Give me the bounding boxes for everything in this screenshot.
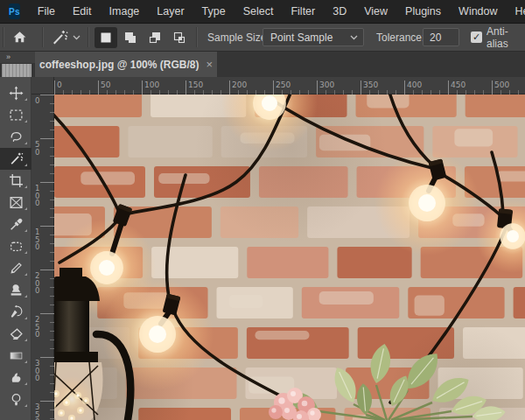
tool-crop[interactable] — [0, 170, 32, 192]
svg-text:0: 0 — [35, 286, 39, 295]
tool-preset-chevron[interactable] — [73, 24, 80, 51]
horizontal-ruler[interactable]: 050100150200250300350400450500 — [54, 77, 525, 94]
svg-text:0: 0 — [57, 80, 62, 89]
document-title: coffeeshop.jpg @ 100% (RGB/8) — [39, 59, 199, 71]
collapse-icon: » — [6, 52, 10, 61]
document-canvas[interactable] — [54, 94, 525, 420]
menu-item-image[interactable]: Image — [101, 1, 149, 22]
history-brush-icon — [9, 304, 24, 319]
toolbar — [0, 77, 32, 420]
separator — [88, 27, 89, 47]
tab-bar: » coffeeshop.jpg @ 100% (RGB/8) × — [0, 52, 525, 77]
ruler-corner — [32, 77, 54, 94]
spot-healing-icon — [9, 239, 24, 254]
tool-smudge[interactable] — [0, 367, 32, 388]
photoshop-logo: Ps — [9, 4, 20, 19]
menu-item-window[interactable]: Window — [450, 1, 506, 22]
tool-eyedropper[interactable] — [0, 214, 32, 235]
svg-text:250: 250 — [276, 80, 290, 89]
gradient-icon — [9, 348, 24, 363]
menu-item-view[interactable]: View — [355, 1, 396, 22]
menu-item-plugins[interactable]: Plugins — [396, 1, 450, 22]
tool-frame[interactable] — [0, 192, 32, 214]
menu-item-select[interactable]: Select — [234, 1, 283, 22]
magic-wand-icon — [9, 151, 24, 166]
svg-text:150: 150 — [188, 80, 203, 89]
menu-item-3d[interactable]: 3D — [324, 1, 355, 22]
menu-item-filter[interactable]: Filter — [282, 1, 324, 22]
eraser-icon — [9, 326, 24, 341]
svg-text:50: 50 — [101, 80, 111, 89]
tool-dodge[interactable] — [0, 388, 32, 410]
document-tab[interactable]: coffeeshop.jpg @ 100% (RGB/8) × — [35, 52, 217, 77]
add-to-selection-button[interactable] — [119, 27, 142, 48]
tools-panel-collapse[interactable]: » — [0, 52, 35, 63]
menu-item-type[interactable]: Type — [193, 1, 234, 22]
panel-grip — [2, 64, 32, 77]
photo-brick-wall-string-lights — [54, 94, 525, 420]
eyedropper-icon — [9, 217, 24, 232]
svg-text:0: 0 — [35, 96, 39, 105]
subtract-from-selection-icon — [148, 31, 162, 45]
tool-rectangular-marquee[interactable] — [0, 104, 32, 126]
svg-text:0: 0 — [35, 242, 39, 251]
svg-text:0: 0 — [35, 148, 39, 157]
add-to-selection-icon — [123, 31, 137, 45]
tool-gradient[interactable] — [0, 345, 32, 367]
tool-clone-stamp[interactable] — [0, 279, 32, 301]
tool-brush[interactable] — [0, 257, 32, 279]
menu-item-edit[interactable]: Edit — [64, 1, 101, 22]
vertical-ruler[interactable]: 050100150200250300350 — [32, 94, 54, 420]
home-button[interactable] — [12, 24, 27, 51]
intersect-selection-icon — [172, 31, 186, 45]
brush-icon — [9, 261, 24, 276]
smudge-icon — [9, 370, 24, 385]
svg-text:500: 500 — [494, 80, 509, 89]
svg-text:350: 350 — [363, 80, 378, 89]
tool-move[interactable] — [0, 82, 32, 104]
rectangular-marquee-icon — [9, 108, 24, 122]
separator — [196, 27, 198, 47]
svg-text:450: 450 — [451, 80, 466, 89]
frame-icon — [9, 195, 24, 210]
tool-spot-healing[interactable] — [0, 235, 32, 257]
menu-items: FileEditImageLayerTypeSelectFilter3DView… — [29, 1, 525, 22]
sample-size-label: Sample Size: — [207, 24, 270, 51]
svg-text:400: 400 — [407, 80, 422, 89]
anti-alias-checkbox[interactable]: ✓ — [471, 32, 482, 43]
tolerance-input[interactable] — [423, 28, 459, 46]
menu-item-help[interactable]: Help — [507, 1, 525, 22]
sample-size-value: Point Sample — [270, 32, 332, 44]
separator — [42, 27, 44, 47]
tool-magic-wand[interactable] — [0, 148, 32, 170]
intersect-selection-button[interactable] — [168, 27, 191, 48]
home-icon — [12, 30, 27, 45]
svg-text:0: 0 — [35, 374, 39, 382]
tolerance-label: Tolerance: — [376, 24, 424, 51]
menu-item-file[interactable]: File — [29, 1, 64, 22]
lasso-icon — [9, 130, 24, 144]
subtract-from-selection-button[interactable] — [144, 27, 166, 48]
move-icon — [9, 86, 24, 101]
svg-text:0: 0 — [35, 330, 39, 339]
svg-text:200: 200 — [232, 80, 247, 89]
magic-wand-icon — [51, 29, 68, 46]
tool-eraser[interactable] — [0, 323, 32, 345]
menu-bar: Ps FileEditImageLayerTypeSelectFilter3DV… — [0, 0, 525, 24]
sample-size-dropdown[interactable]: Point Sample — [262, 28, 364, 46]
chevron-down-icon — [73, 35, 80, 40]
dodge-icon — [9, 392, 24, 407]
new-selection-button[interactable] — [94, 27, 117, 48]
tool-history-brush[interactable] — [0, 301, 32, 323]
close-icon[interactable]: × — [206, 58, 213, 71]
check-icon: ✓ — [472, 32, 480, 42]
svg-text:0: 0 — [35, 199, 39, 207]
clone-stamp-icon — [9, 283, 24, 298]
menu-item-layer[interactable]: Layer — [148, 1, 192, 22]
svg-text:100: 100 — [144, 80, 159, 89]
tool-preset-button[interactable] — [51, 24, 68, 51]
svg-text:300: 300 — [319, 80, 334, 89]
chevron-down-icon — [350, 35, 358, 40]
new-selection-icon — [99, 31, 113, 45]
tool-lasso[interactable] — [0, 126, 32, 148]
